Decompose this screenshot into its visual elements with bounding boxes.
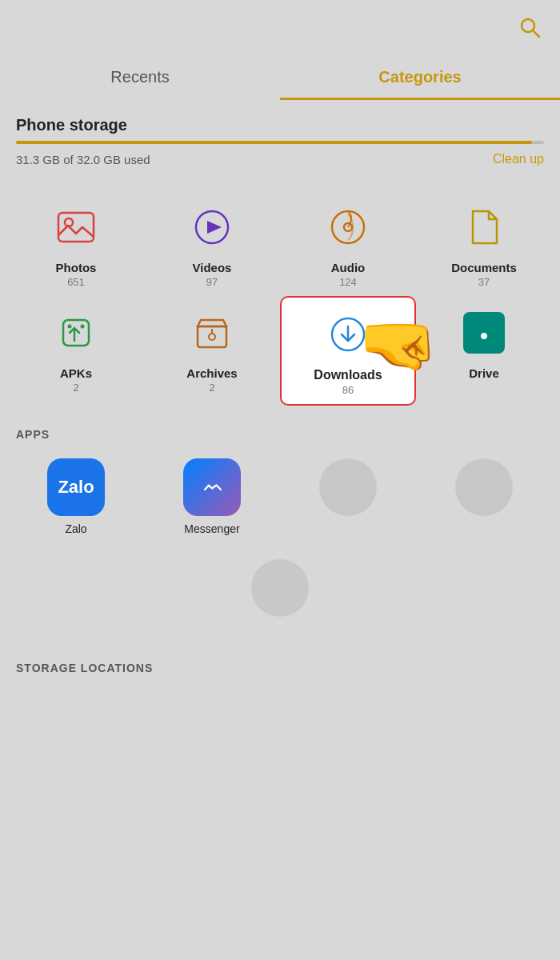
app-placeholder-row2-1 [8,551,552,631]
apks-count: 2 [73,382,78,394]
storage-used-text: 31.3 GB of 32.0 GB used [16,153,150,166]
downloads-count: 86 [342,384,354,396]
storage-section: Phone storage 31.3 GB of 32.0 GB used Cl… [0,100,560,182]
svg-point-0 [522,19,534,32]
zalo-icon: Zalo [47,458,105,516]
drive-inner-icon [471,320,497,346]
category-drive[interactable]: Drive [416,296,552,406]
tab-recents[interactable]: Recents [0,58,280,100]
photos-count: 651 [67,276,85,288]
storage-locations-label: STORAGE LOCATIONS [0,647,560,681]
category-videos[interactable]: Videos 97 [144,190,280,296]
svg-point-10 [81,325,85,329]
apks-label: APKs [60,366,92,380]
drive-icon-wrap [458,307,510,358]
apps-grid: Zalo Zalo Messenger [0,447,560,551]
videos-label: Videos [193,261,232,274]
videos-icon-wrap [186,202,238,253]
svg-point-16 [481,333,487,339]
app-placeholder-2 [416,450,552,543]
apps-section-label: APPS [0,414,560,447]
messenger-label: Messenger [184,522,239,535]
zalo-label: Zalo [65,522,86,535]
svg-point-9 [68,325,72,329]
documents-icon [463,206,505,248]
svg-marker-5 [207,221,222,234]
app-zalo[interactable]: Zalo Zalo [8,450,144,543]
header [0,0,560,50]
audio-icon [327,206,369,248]
category-audio[interactable]: Audio 124 [280,190,416,296]
svg-rect-8 [63,320,89,346]
search-button[interactable] [515,13,544,44]
drive-label: Drive [469,366,499,380]
downloads-icon-wrap [322,309,374,360]
apks-icon-wrap [50,307,102,358]
audio-count: 124 [339,276,357,288]
archives-icon [191,312,233,354]
app-messenger[interactable]: Messenger [144,450,280,543]
apps-row-2 [0,551,560,639]
category-archives[interactable]: Archives 2 [144,296,280,406]
app-placeholder-1 [280,450,416,543]
videos-icon [191,206,233,248]
storage-info: 31.3 GB of 32.0 GB used Clean up [16,152,544,182]
audio-icon-wrap [322,202,374,253]
app-placeholder-circle-1 [319,458,377,516]
app-placeholder-circle-3 [251,559,309,617]
photos-icon-wrap [50,202,102,253]
svg-line-1 [534,31,540,38]
storage-locations-section: STORAGE LOCATIONS [0,639,560,697]
videos-count: 97 [206,276,218,288]
audio-label: Audio [331,261,366,274]
photos-icon [55,206,97,248]
storage-title: Phone storage [16,116,544,134]
category-downloads[interactable]: Downloads 86 🤜 [280,296,416,406]
storage-bar-background [16,141,544,144]
apks-icon [55,312,97,354]
categories-grid-wrapper: Photos 651 Videos 97 [0,182,560,414]
svg-rect-2 [58,213,94,242]
downloads-icon [327,314,369,355]
archives-count: 2 [209,382,214,394]
documents-icon-wrap [458,202,510,253]
storage-bar-fill [16,141,532,144]
tab-bar: Recents Categories [0,50,560,100]
archives-label: Archives [186,366,237,380]
documents-count: 37 [478,276,490,288]
drive-bg [463,312,505,354]
photos-label: Photos [56,261,97,274]
messenger-logo-icon [196,471,228,503]
tab-categories[interactable]: Categories [280,58,560,100]
downloads-label: Downloads [314,368,382,382]
category-apks[interactable]: APKs 2 [8,296,144,406]
clean-up-button[interactable]: Clean up [493,152,544,166]
categories-grid: Photos 651 Videos 97 [0,182,560,414]
documents-label: Documents [451,261,517,274]
search-icon [518,16,541,38]
app-placeholder-circle-2 [455,458,513,516]
svg-point-12 [209,334,215,340]
category-documents[interactable]: Documents 37 [416,190,552,296]
messenger-icon [183,458,241,516]
archives-icon-wrap [186,307,238,358]
category-photos[interactable]: Photos 651 [8,190,144,296]
